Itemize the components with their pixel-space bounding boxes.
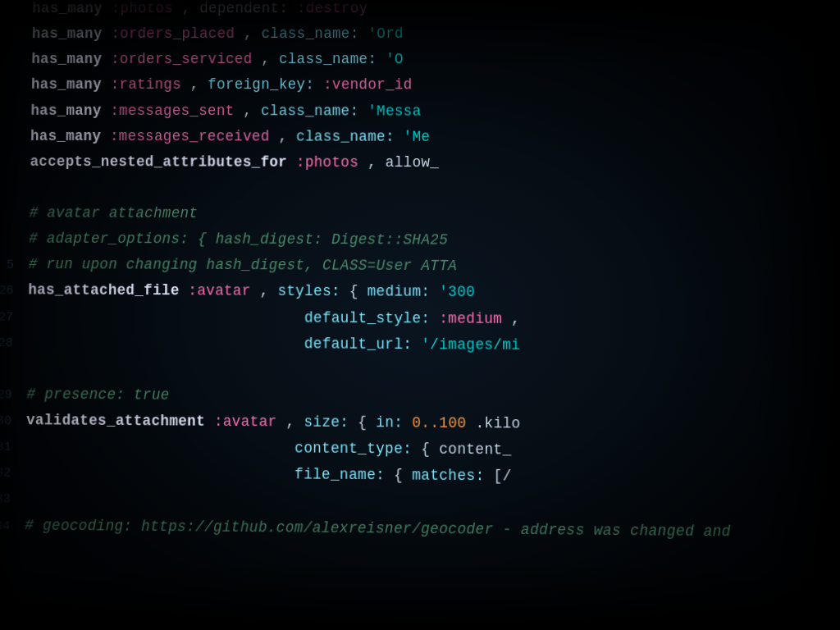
code-text [28, 308, 295, 326]
line-code: validates_attachment :avatar , size: { i… [26, 409, 521, 436]
code-text: { [358, 414, 376, 431]
string: 'O [386, 51, 404, 67]
symbol: :avatar [214, 413, 277, 430]
line-code: # adapter_options: { hash_digest: Digest… [29, 228, 448, 252]
code-text: { [394, 467, 412, 484]
symbol: :ratings [111, 76, 181, 93]
hash-key: size: [304, 413, 349, 431]
hash-key: matches: [412, 467, 484, 484]
code-line: has_many :orders_serviced , class_name: … [0, 47, 840, 73]
keyword: has_many [31, 76, 102, 93]
string: 'Messa [368, 103, 421, 119]
line-code [25, 487, 34, 510]
keyword: has_many [32, 25, 103, 42]
keyword: has_attached_file [28, 282, 179, 299]
code-editor: has_many :photos , dependent: :destroy h… [0, 0, 840, 630]
code-text [26, 438, 286, 457]
symbol: :messages_received [110, 128, 270, 144]
symbol: :messages_sent [110, 102, 234, 118]
code-line [0, 175, 840, 203]
code-text: { content_ [421, 441, 511, 458]
line-number: 27 [0, 308, 13, 327]
comment: # presence: true [26, 386, 169, 404]
code-text: { [349, 283, 368, 299]
code-line: has_many :ratings , foreign_key: :vendor… [0, 72, 840, 98]
line-code: # presence: true [26, 383, 169, 407]
line-code: has_attached_file :avatar , styles: { me… [28, 279, 475, 304]
symbol: :orders_serviced [111, 51, 253, 67]
line-code: has_many :messages_received , class_name… [30, 125, 430, 148]
keyword: accepts_nested_attributes_for [30, 153, 288, 171]
string: 'Ord [368, 25, 403, 42]
code-line: 5 # run upon changing hash_digest, CLASS… [0, 252, 840, 281]
code-line: accepts_nested_attributes_for :photos , … [0, 149, 840, 177]
line-number: 26 [0, 281, 14, 301]
hash-key: default_style: [304, 309, 430, 326]
code-text: , [243, 103, 261, 119]
keyword: has_many [30, 127, 101, 144]
keyword: has_many [30, 102, 101, 118]
code-text: , [285, 413, 304, 431]
code-text: , dependent: [182, 0, 297, 16]
line-number: 5 [0, 256, 14, 276]
symbol: :orders_placed [111, 25, 235, 42]
line-number: 32 [0, 463, 11, 483]
string: '300 [439, 284, 475, 301]
line-code: default_url: '/images/mi [27, 331, 520, 357]
code-text: , [244, 25, 262, 42]
hash-key: medium: [368, 283, 431, 300]
comment: # adapter_options: { hash_digest: Digest… [29, 231, 448, 249]
line-number: 30 [0, 411, 11, 431]
line-number: 33 [0, 490, 11, 509]
code-text: , [511, 310, 520, 327]
hash-key: file_name: [294, 466, 385, 484]
line-code: file_name: { matches: [/ [25, 462, 512, 489]
hash-key: styles: [277, 283, 340, 300]
comment: # avatar attachment [30, 204, 199, 221]
code-line: has_many :orders_placed , class_name: 'O… [0, 21, 840, 47]
code-text: , [260, 283, 278, 299]
line-code: has_many :ratings , foreign_key: :vendor… [31, 74, 413, 97]
line-number: 34 [0, 516, 10, 536]
number: 0..100 [412, 414, 466, 431]
keyword: has_many [32, 0, 103, 16]
symbol: :destroy [297, 0, 368, 16]
line-code: content_type: { content_ [25, 436, 511, 462]
string: '/images/mi [421, 336, 520, 353]
keyword: validates_attachment [26, 412, 205, 430]
symbol: :avatar [188, 282, 250, 299]
code-text: .kilo [475, 415, 520, 432]
hash-key: foreign_key: [208, 76, 314, 93]
code-content: has_many :photos , dependent: :destroy h… [0, 0, 840, 546]
line-code: has_many :orders_placed , class_name: 'O… [32, 23, 404, 45]
symbol: :photos [112, 0, 173, 16]
line-code: default_style: :medium , [28, 305, 520, 331]
symbol: :photos [296, 153, 358, 170]
code-line: # avatar attachment [0, 200, 840, 229]
comment: # run upon changing hash_digest, CLASS=U… [29, 256, 457, 275]
code-text: , [261, 51, 279, 67]
code-text: , [190, 76, 208, 93]
code-text: , allow_ [368, 154, 439, 171]
line-code: accepts_nested_attributes_for :photos , … [30, 151, 439, 175]
hash-key: default_url: [304, 336, 413, 353]
line-code [30, 176, 39, 199]
line-code: # geocoding: https://github.com/alexreis… [25, 514, 731, 543]
hash-key: class_name: [279, 51, 377, 67]
line-code: has_many :messages_sent , class_name: 'M… [30, 99, 421, 122]
code-text: , [278, 128, 296, 144]
edge-bottom-overlay [0, 564, 840, 630]
line-number: 28 [0, 333, 13, 353]
keyword: has_many [31, 51, 102, 67]
code-text [27, 334, 295, 352]
line-code: # run upon changing hash_digest, CLASS=U… [29, 253, 457, 278]
code-line: has_many :messages_sent , class_name: 'M… [0, 98, 840, 125]
hash-key: class_name: [296, 128, 395, 144]
line-number: 29 [0, 386, 12, 405]
symbol: :vendor_id [323, 76, 413, 93]
code-line: # adapter_options: { hash_digest: Digest… [0, 226, 840, 255]
line-code: # avatar attachment [30, 202, 199, 225]
hash-key: content_type: [294, 440, 412, 458]
hash-key: class_name: [262, 25, 359, 42]
line-code [27, 357, 36, 380]
